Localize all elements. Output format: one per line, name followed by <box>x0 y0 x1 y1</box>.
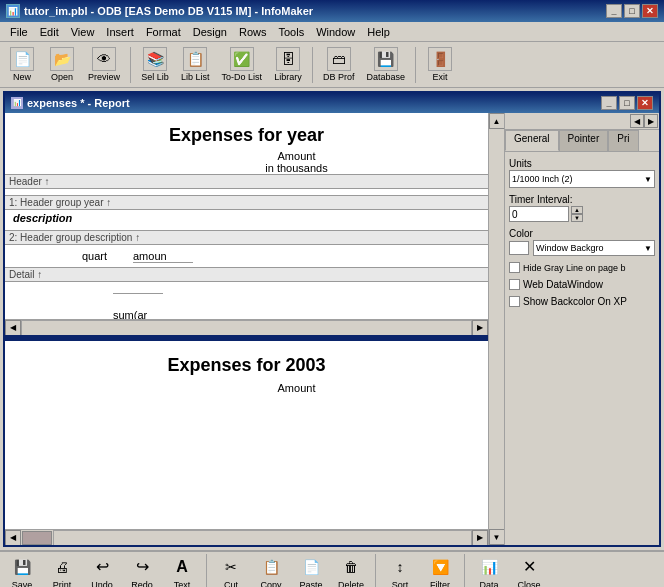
to-do-list-button[interactable]: ✅ To-Do List <box>218 45 267 84</box>
hscroll-thumb[interactable] <box>22 531 52 545</box>
menu-help[interactable]: Help <box>361 24 396 40</box>
bottom-toolbar: 💾 Save 🖨 Print ↩ Undo ↪ Redo A Text ✂ Cu… <box>0 550 664 587</box>
undo-button[interactable]: ↩ Undo <box>84 553 120 588</box>
menu-format[interactable]: Format <box>140 24 187 40</box>
timer-up-button[interactable]: ▲ <box>571 206 583 214</box>
title-bar: 📊 tutor_im.pbl - ODB [EAS Demo DB V115 I… <box>0 0 664 22</box>
save-button[interactable]: 💾 Save <box>4 553 40 588</box>
bottom-sep-1 <box>206 554 207 587</box>
library-label: Library <box>274 72 302 82</box>
web-dw-label: Web DataWindow <box>523 279 603 290</box>
toolbar-sep-2 <box>312 47 313 83</box>
database-button[interactable]: 💾 Database <box>363 45 410 84</box>
preview-amount: Amount <box>105 382 488 394</box>
exit-button[interactable]: 🚪 Exit <box>422 45 458 84</box>
web-dw-row: Web DataWindow <box>509 279 655 290</box>
menu-window[interactable]: Window <box>310 24 361 40</box>
vscroll-track[interactable] <box>489 129 504 529</box>
library-button[interactable]: 🗄 Library <box>270 45 306 84</box>
document-title-bar: 📊 expenses * - Report _ □ ✕ <box>5 93 659 113</box>
units-dropdown-arrow[interactable]: ▼ <box>644 175 652 184</box>
detail-header-row: quart amoun <box>5 245 488 267</box>
timer-input[interactable] <box>509 206 569 222</box>
tab-pointer[interactable]: Pointer <box>559 130 609 151</box>
doc-maximize-button[interactable]: □ <box>619 96 635 110</box>
menu-tools[interactable]: Tools <box>272 24 310 40</box>
timer-section: Timer Interval: ▲ ▼ <box>509 194 655 222</box>
title-bar-buttons: _ □ ✕ <box>606 4 658 18</box>
main-toolbar: 📄 New 📂 Open 👁 Preview 📚 Sel Lib 📋 Lib L… <box>0 42 664 88</box>
redo-button[interactable]: ↪ Redo <box>124 553 160 588</box>
filter-button[interactable]: 🔽 Filter <box>422 553 458 588</box>
maximize-button[interactable]: □ <box>624 4 640 18</box>
doc-icon: 📊 <box>11 97 23 109</box>
new-icon: 📄 <box>10 47 34 71</box>
vscroll-up-btn[interactable]: ▲ <box>489 113 505 129</box>
text-icon: A <box>170 555 194 579</box>
close-bottom-button[interactable]: ✕ Close <box>511 553 547 588</box>
to-do-list-label: To-Do List <box>222 72 263 82</box>
copy-button[interactable]: 📋 Copy <box>253 553 289 588</box>
show-backcolor-checkbox[interactable] <box>509 296 520 307</box>
menu-view[interactable]: View <box>65 24 101 40</box>
color-swatch[interactable] <box>509 241 529 255</box>
paste-button[interactable]: 📄 Paste <box>293 553 329 588</box>
new-label: New <box>13 72 31 82</box>
text-button[interactable]: A Text <box>164 553 200 588</box>
preview-button[interactable]: 👁 Preview <box>84 45 124 84</box>
sort-button[interactable]: ↕ Sort <box>382 553 418 588</box>
open-label: Open <box>51 72 73 82</box>
doc-close-button[interactable]: ✕ <box>637 96 653 110</box>
tab-scroll-left[interactable]: ◀ <box>630 114 644 128</box>
header-group1-label: 1: Header group year ↑ <box>5 195 488 210</box>
open-button[interactable]: 📂 Open <box>44 45 80 84</box>
timer-spinner-buttons: ▲ ▼ <box>571 206 583 222</box>
units-select[interactable]: 1/1000 Inch (2) ▼ <box>509 170 655 188</box>
doc-minimize-button[interactable]: _ <box>601 96 617 110</box>
timer-down-button[interactable]: ▼ <box>571 214 583 222</box>
web-dw-checkbox[interactable] <box>509 279 520 290</box>
close-button[interactable]: ✕ <box>642 4 658 18</box>
cut-button[interactable]: ✂ Cut <box>213 553 249 588</box>
menu-edit[interactable]: Edit <box>34 24 65 40</box>
preview-area: Expenses for 2003 Amount <box>5 341 488 529</box>
new-button[interactable]: 📄 New <box>4 45 40 84</box>
color-dropdown-arrow[interactable]: ▼ <box>644 244 652 253</box>
vscroll-down-btn[interactable]: ▼ <box>489 529 505 545</box>
top-hscroll[interactable]: ◀ ▶ <box>5 319 488 335</box>
hide-gray-checkbox[interactable] <box>509 262 520 273</box>
data-button[interactable]: 📊 Data <box>471 553 507 588</box>
hscroll-track[interactable] <box>21 320 472 336</box>
menu-rows[interactable]: Rows <box>233 24 273 40</box>
bottom-hscroll-left[interactable]: ◀ <box>5 530 21 546</box>
bottom-hscroll-track[interactable] <box>53 530 472 546</box>
print-button[interactable]: 🖨 Print <box>44 553 80 588</box>
tab-scroll-right[interactable]: ▶ <box>644 114 658 128</box>
delete-label: Delete <box>338 580 364 588</box>
app-icon: 📊 <box>6 4 20 18</box>
sum-row: sum(ar <box>5 304 488 319</box>
show-backcolor-row: Show Backcolor On XP <box>509 296 655 307</box>
hscroll-left-btn[interactable]: ◀ <box>5 320 21 336</box>
delete-button[interactable]: 🗑 Delete <box>333 553 369 588</box>
hscroll-right-btn[interactable]: ▶ <box>472 320 488 336</box>
sel-lib-button[interactable]: 📚 Sel Lib <box>137 45 173 84</box>
tab-pri[interactable]: Pri <box>608 130 638 151</box>
undo-label: Undo <box>91 580 113 588</box>
undo-icon: ↩ <box>90 555 114 579</box>
bottom-hscroll-right[interactable]: ▶ <box>472 530 488 546</box>
color-select[interactable]: Window Backgro ▼ <box>533 240 655 256</box>
quart-col: quart <box>13 250 113 262</box>
report-editor: Expenses for year Amount in thousands He… <box>5 113 488 319</box>
menu-insert[interactable]: Insert <box>100 24 140 40</box>
minimize-button[interactable]: _ <box>606 4 622 18</box>
open-icon: 📂 <box>50 47 74 71</box>
lib-list-button[interactable]: 📋 Lib List <box>177 45 214 84</box>
db-prof-button[interactable]: 🗃 DB Prof <box>319 45 359 84</box>
bottom-hscroll[interactable]: ◀ ▶ <box>5 529 488 545</box>
tab-general[interactable]: General <box>505 130 559 151</box>
preview-label: Preview <box>88 72 120 82</box>
menu-file[interactable]: File <box>4 24 34 40</box>
header-section-label: Header ↑ <box>5 174 488 189</box>
menu-design[interactable]: Design <box>187 24 233 40</box>
